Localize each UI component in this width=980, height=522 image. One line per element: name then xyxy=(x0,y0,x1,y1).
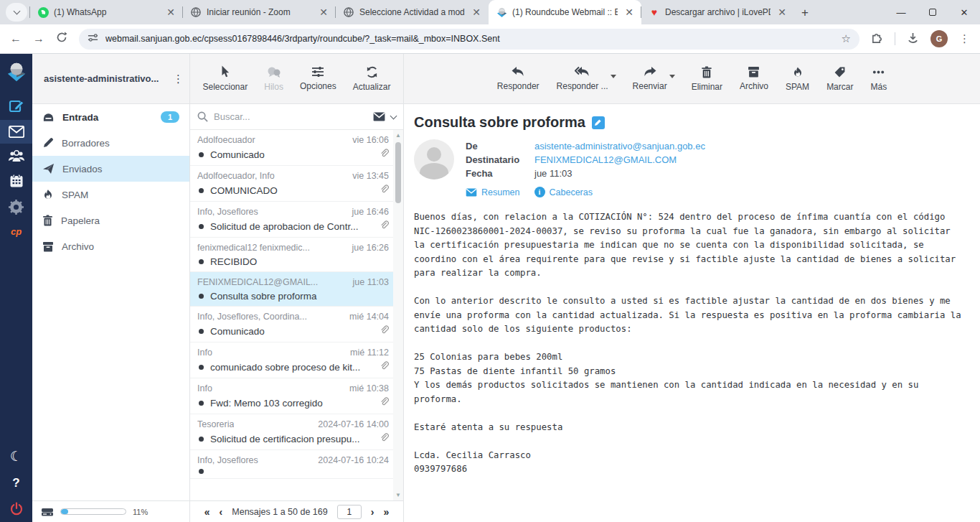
new-tab-button[interactable]: + xyxy=(794,6,816,24)
message-row[interactable]: Info, Josefloresjue 16:46 Solicitud de a… xyxy=(190,202,393,238)
unread-dot xyxy=(199,469,204,474)
folder-entrada[interactable]: Entrada 1 xyxy=(32,104,189,130)
close-icon[interactable]: ✕ xyxy=(317,6,330,18)
message-from: Adolfoecuador xyxy=(197,135,255,145)
spam-button[interactable]: SPAM xyxy=(786,66,809,92)
folder-borradores[interactable]: Borradores xyxy=(32,130,189,156)
cpanel-icon[interactable]: cp xyxy=(0,220,32,243)
forward-icon[interactable]: → xyxy=(33,32,44,45)
reply-all-button[interactable]: Responder ... xyxy=(557,66,608,91)
message-subject: Comunicado xyxy=(210,149,373,160)
tab-ilovepdf[interactable]: ♥ Descargar archivo | iLovePD ✕ xyxy=(641,0,794,24)
message-time: mié 11:12 xyxy=(350,348,389,358)
maximize-button[interactable] xyxy=(917,0,948,24)
delete-button[interactable]: Eliminar xyxy=(692,66,722,92)
date-label: Fecha xyxy=(466,168,534,179)
message-from: Adolfoecuador, Info xyxy=(197,171,275,181)
folder-enviados[interactable]: Enviados xyxy=(32,156,189,182)
forward-button[interactable]: Reenviar xyxy=(633,66,667,91)
unread-dot xyxy=(199,188,204,193)
from-address[interactable]: asistente-administrativo@sanjuan.gob.ec xyxy=(534,141,705,152)
to-address[interactable]: FENIXMEDICAL12@GMAIL.COM xyxy=(534,154,677,165)
calendar-nav-button[interactable] xyxy=(0,168,32,194)
message-row[interactable]: Infomié 11:12 comunicado sobre proceso d… xyxy=(190,342,393,378)
help-icon[interactable]: ? xyxy=(0,470,32,496)
browser-menu-icon[interactable]: ⋮ xyxy=(959,32,970,45)
logout-icon[interactable] xyxy=(0,496,32,522)
heart-icon: ♥ xyxy=(649,6,660,18)
reply-button[interactable]: Responder xyxy=(497,66,540,91)
mail-view-panel: Responder Responder ... Reenviar Elimina… xyxy=(404,54,980,522)
tab-zoom[interactable]: Iniciar reunión - Zoom ✕ xyxy=(183,0,336,24)
extensions-icon[interactable] xyxy=(871,32,883,47)
next-page-icon[interactable]: › xyxy=(371,506,374,518)
folders-panel: asistente-administrativo... ⋮ Entrada 1 … xyxy=(32,54,190,522)
tab-roundcube[interactable]: (1) Roundcube Webmail :: E ✕ xyxy=(489,0,641,24)
more-button[interactable]: Más xyxy=(870,66,887,92)
forward-menu-caret[interactable] xyxy=(669,75,675,78)
page-number-box[interactable]: 1 xyxy=(337,505,362,519)
folder-options-icon[interactable]: ⋮ xyxy=(173,73,184,85)
message-row-selected[interactable]: FENIXMEDICAL12@GMAIL...jue 11:03 Consult… xyxy=(190,272,393,307)
dark-mode-icon[interactable]: ☾ xyxy=(0,442,32,470)
bookmark-star-icon[interactable]: ☆ xyxy=(842,32,851,45)
search-scope-icon[interactable] xyxy=(373,112,385,121)
mail-nav-button[interactable] xyxy=(0,120,32,144)
message-row[interactable]: Adolfoecuadorvie 16:06 Comunicado xyxy=(190,130,393,166)
reload-icon[interactable] xyxy=(56,32,67,46)
edit-subject-icon[interactable] xyxy=(592,116,605,129)
archive-button[interactable]: Archivo xyxy=(740,66,768,91)
body-paragraph: Con lo anterior descrito le consulto a u… xyxy=(414,294,966,337)
close-icon[interactable]: ✕ xyxy=(164,6,177,18)
threads-button[interactable]: Hilos xyxy=(264,66,283,92)
folders-header: asistente-administrativo... ⋮ xyxy=(32,54,189,104)
url-bar[interactable]: webmail.sanjuan.gob.ec/cpsess0167898446/… xyxy=(79,29,859,50)
search-options-chevron-icon[interactable] xyxy=(390,112,397,119)
prev-page-icon[interactable]: ‹ xyxy=(220,506,223,518)
summary-button[interactable]: Resumen xyxy=(466,187,520,197)
folder-papelera[interactable]: Papelera xyxy=(32,208,189,233)
site-settings-icon[interactable] xyxy=(88,32,98,46)
minimize-button[interactable]: — xyxy=(885,0,917,24)
scroll-up-icon[interactable]: ▲ xyxy=(395,130,401,141)
folder-archivo[interactable]: Archivo xyxy=(32,233,189,259)
select-button[interactable]: Seleccionar xyxy=(203,65,248,92)
body-paragraph xyxy=(414,281,966,295)
folder-label: Borradores xyxy=(62,138,110,149)
reply-all-menu-caret[interactable] xyxy=(611,75,616,78)
list-scrollbar[interactable]: ▲ ▼ xyxy=(393,130,403,500)
profile-avatar[interactable]: G xyxy=(930,30,948,47)
scrollbar-thumb[interactable] xyxy=(395,142,401,203)
close-icon[interactable]: ✕ xyxy=(776,6,788,18)
message-row[interactable]: Adolfoecuador, Infovie 13:45 COMUNICADO xyxy=(190,166,393,202)
back-icon[interactable]: ← xyxy=(10,32,22,45)
folder-label: SPAM xyxy=(62,190,88,200)
tab-whatsapp[interactable]: (1) WhatsApp ✕ xyxy=(30,0,183,24)
message-subject: Comunicado xyxy=(210,326,373,337)
message-row[interactable]: fenixmedical12 fenixmedic...jue 16:26 RE… xyxy=(190,238,393,272)
close-icon[interactable]: ✕ xyxy=(623,6,636,18)
close-window-button[interactable]: ✕ xyxy=(948,0,980,24)
mark-button[interactable]: Marcar xyxy=(826,66,853,92)
app-rail: cp ☾ ? xyxy=(0,54,32,522)
scroll-down-icon[interactable]: ▼ xyxy=(395,490,401,500)
tab-actividad[interactable]: Seleccione Actividad a mod ✕ xyxy=(336,0,489,24)
download-icon[interactable] xyxy=(907,32,919,47)
options-button[interactable]: Opciones xyxy=(300,66,336,91)
first-page-icon[interactable]: « xyxy=(204,506,210,518)
settings-nav-button[interactable] xyxy=(0,194,32,220)
close-icon[interactable]: ✕ xyxy=(470,6,483,18)
tab-search-button[interactable] xyxy=(6,3,27,22)
last-page-icon[interactable]: » xyxy=(383,506,389,518)
headers-button[interactable]: i Cabeceras xyxy=(534,187,593,197)
message-row[interactable]: Info, Joseflores2024-07-16 10:24 xyxy=(190,450,393,479)
refresh-button[interactable]: Actualizar xyxy=(353,66,391,92)
browser-tab-strip: (1) WhatsApp ✕ Iniciar reunión - Zoom ✕ … xyxy=(0,0,980,24)
search-input[interactable] xyxy=(214,111,367,122)
folder-spam[interactable]: SPAM xyxy=(32,182,189,208)
compose-button[interactable] xyxy=(0,93,32,120)
contacts-nav-button[interactable] xyxy=(0,144,32,168)
message-row[interactable]: Info, Joseflores, Coordina...mié 14:04 C… xyxy=(190,307,393,342)
message-row[interactable]: Tesoreria2024-07-16 14:00 Solicitud de c… xyxy=(190,414,393,450)
message-row[interactable]: Infomié 10:38 Fwd: Memo 103 corregido xyxy=(190,378,393,414)
